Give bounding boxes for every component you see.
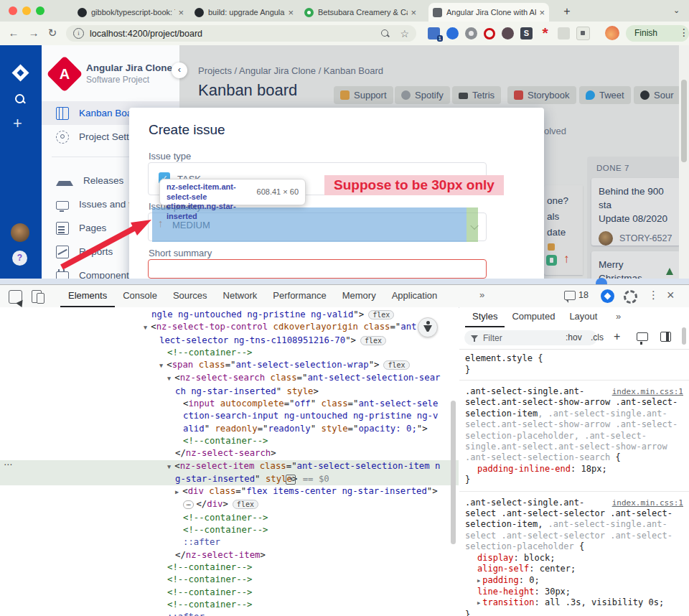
styles-tab[interactable]: Layout xyxy=(562,307,604,326)
dock-panel-icon[interactable] xyxy=(660,332,671,342)
element-tree-line[interactable]: <input autocomplete="off" class="ant-sel… xyxy=(0,398,459,410)
page-scrollbar[interactable] xyxy=(679,45,689,279)
toggle-class-button[interactable]: .cls xyxy=(591,332,604,342)
address-bar[interactable]: i localhost:4200/project/board ☆ xyxy=(66,25,416,42)
console-messages-icon[interactable] xyxy=(564,291,576,300)
element-tree-line[interactable]: <!--container-->◥ xyxy=(0,574,459,586)
styles-scrollbar-thumb[interactable] xyxy=(682,327,686,345)
flex-badge[interactable]: flex xyxy=(360,336,386,345)
extensions-puzzle-icon[interactable] xyxy=(576,27,590,40)
extension-icon[interactable] xyxy=(558,27,570,39)
extension-icon[interactable]: 1 xyxy=(428,27,440,39)
tab-close-icon[interactable]: × xyxy=(178,7,184,18)
create-issue-icon[interactable]: + xyxy=(13,114,22,133)
extension-icon[interactable] xyxy=(484,28,495,39)
css-property[interactable]: ▶padding: 0; xyxy=(465,575,683,587)
minimize-window-button[interactable] xyxy=(22,6,31,15)
css-property[interactable]: ▶transition: all .3s, visibility 0s; xyxy=(465,597,683,609)
element-tree-line[interactable]: alid" readonly="readonly" style="opacity… xyxy=(0,423,459,435)
gear-icon[interactable] xyxy=(624,290,637,304)
close-icon[interactable]: × xyxy=(667,288,675,303)
browser-tab[interactable]: Betsubara Creamery & Cafe × xyxy=(300,3,421,22)
element-tree-line[interactable]: </nz-select-item>◥ xyxy=(0,549,459,561)
element-tree-line[interactable]: <!--container-->◥ xyxy=(0,347,459,359)
bookmark-star-icon[interactable]: ☆ xyxy=(400,28,409,39)
reveal-icon[interactable]: ◥ xyxy=(286,475,296,485)
forward-button[interactable]: → xyxy=(26,25,42,41)
browser-tab[interactable]: build: upgrade Angular 19 to × xyxy=(190,3,298,22)
browser-tab[interactable]: gibbok/typescript-book: The × xyxy=(73,3,188,22)
extension-icon[interactable]: * xyxy=(539,27,551,39)
element-tree-line[interactable]: <!--container-->◥ xyxy=(0,512,459,524)
element-tree-line[interactable]: ▼ <nz-select-top-control cdkoverlayorigi… xyxy=(0,321,459,334)
flex-badge[interactable]: flex xyxy=(368,310,394,319)
element-tree-line[interactable]: ▶ <div class="flex items-center ng-star-… xyxy=(0,485,459,498)
styles-tab[interactable]: Styles xyxy=(465,307,505,327)
sidebar-collapse-button[interactable]: ‹ xyxy=(172,62,187,78)
devtools-tab[interactable]: Memory xyxy=(334,285,384,306)
site-info-icon[interactable]: i xyxy=(73,28,84,39)
extension-icon[interactable] xyxy=(502,27,514,39)
expand-arrow-icon[interactable]: ▶ xyxy=(477,598,480,609)
element-tree-line[interactable]: ⋯</div>flex◥ xyxy=(0,498,459,511)
devtools-tab[interactable]: Network xyxy=(215,285,266,306)
element-tree-line[interactable]: ch ng-star-inserted" style>◥ xyxy=(0,386,459,398)
element-tree-line[interactable]: lect-selector ng-tns-c1108951216-70">fle… xyxy=(0,335,459,347)
elements-scrollbar-thumb[interactable] xyxy=(451,401,456,544)
element-tree-line[interactable]: ▼ <nz-select-search class="ant-select-se… xyxy=(0,372,459,385)
browser-profile-avatar[interactable] xyxy=(605,26,619,40)
browser-tab[interactable]: Angular Jira Clone with Akita × xyxy=(428,3,549,22)
devtools-extension-icon[interactable] xyxy=(601,289,614,303)
tab-close-icon[interactable]: × xyxy=(539,7,545,18)
element-tree-line[interactable]: g-star-inserted" style> == $0◥ xyxy=(0,473,459,485)
devtools-tab[interactable]: Elements xyxy=(60,285,115,307)
search-icon[interactable] xyxy=(15,94,25,104)
element-tree-line[interactable]: ngle ng-untouched ng-pristine ng-valid">… xyxy=(0,309,459,321)
element-tree-line[interactable]: <!--container-->◥ xyxy=(0,561,459,574)
browser-menu-icon[interactable]: ⋮ xyxy=(679,27,689,38)
more-tabs-icon[interactable]: » xyxy=(616,311,621,322)
devtools-tab[interactable]: Application xyxy=(384,285,446,306)
extension-icon[interactable] xyxy=(446,27,459,39)
new-tab-button[interactable]: + xyxy=(558,3,576,20)
devtools-menu-icon[interactable]: ⋮ xyxy=(648,289,659,302)
css-property[interactable]: ▶display: block; xyxy=(465,553,683,564)
new-style-rule-button[interactable]: + xyxy=(614,330,620,343)
devtools-tab[interactable]: Sources xyxy=(165,285,215,306)
flex-badge[interactable]: flex xyxy=(233,500,258,509)
element-tree-line[interactable]: <!--container-->◥ xyxy=(0,599,459,611)
stylesheet-link[interactable]: index.min.css:1 xyxy=(612,386,683,397)
element-tree-line[interactable]: <!--container-->◥ xyxy=(0,587,459,599)
extension-icon[interactable]: S xyxy=(520,27,533,39)
devtools-tab[interactable]: Console xyxy=(115,285,165,306)
device-toolbar-icon[interactable] xyxy=(32,290,42,303)
element-tree-line[interactable]: <!--container-->◥ xyxy=(0,524,459,536)
help-icon[interactable]: ? xyxy=(12,251,27,266)
paint-brush-icon[interactable] xyxy=(637,332,648,341)
expand-arrow-icon[interactable]: ▶ xyxy=(477,576,480,587)
element-tree-line[interactable]: ction-search-input ng-untouched ng-prist… xyxy=(0,410,459,422)
close-window-button[interactable] xyxy=(9,6,17,15)
short-summary-input[interactable] xyxy=(148,259,487,279)
back-button[interactable]: ← xyxy=(6,25,22,41)
rule-selector[interactable]: .ant-select-single.ant-select.ant-select… xyxy=(465,386,678,462)
devtools-tab[interactable]: Performance xyxy=(265,285,334,306)
user-avatar[interactable] xyxy=(11,223,29,242)
css-property[interactable]: ▶align-self: center; xyxy=(465,564,683,574)
extension-icon[interactable] xyxy=(465,27,477,39)
element-tree-line[interactable]: ::after◥ xyxy=(0,536,459,549)
element-tree-line[interactable]: </nz-select-search>◥ xyxy=(0,447,459,459)
scrollbar-thumb[interactable] xyxy=(681,80,687,162)
inspect-element-icon[interactable] xyxy=(9,290,22,304)
tab-close-icon[interactable]: × xyxy=(288,7,294,18)
tab-search-chevron-icon[interactable]: ⌄ xyxy=(673,6,680,15)
element-tree-line[interactable]: <!--container-->◥ xyxy=(0,435,459,447)
more-tabs-icon[interactable]: » xyxy=(479,289,484,300)
css-property[interactable]: ▶padding-inline-end: 18px; xyxy=(465,464,683,475)
element-tree-line[interactable]: ▼ <nz-select-item class="ant-select-sele… xyxy=(0,460,459,473)
reload-button[interactable]: ↻ xyxy=(44,25,60,41)
stylesheet-link[interactable]: index.min.css:1 xyxy=(612,498,683,508)
tab-close-icon[interactable]: × xyxy=(411,7,416,18)
element-tree-line[interactable]: ▼ <span class="ant-select-selection-wrap… xyxy=(0,359,459,372)
flex-badge[interactable]: flex xyxy=(383,360,409,370)
